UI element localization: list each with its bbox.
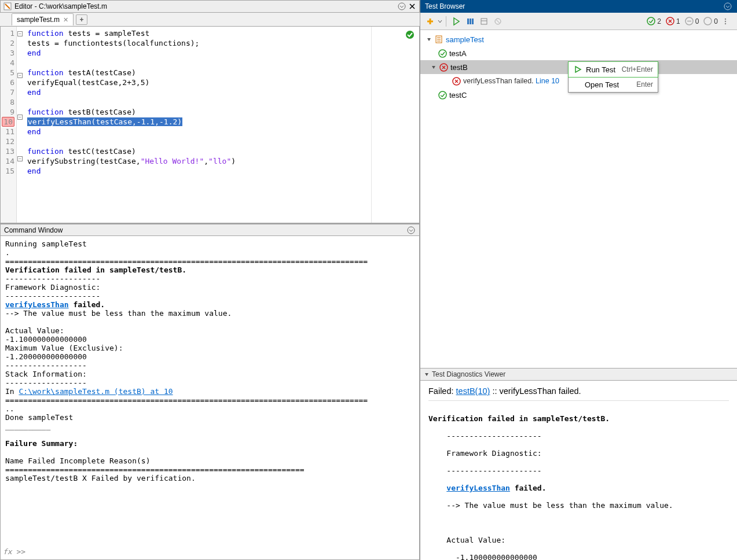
cw-line <box>5 430 415 439</box>
svg-point-13 <box>704 17 712 25</box>
cw-line: Framework Diagnostic: <box>5 283 415 292</box>
code-area[interactable]: function tests = sampleTest tests = func… <box>24 27 419 223</box>
cw-line: Stack Information: <box>5 370 415 378</box>
settings-button[interactable] <box>478 15 490 28</box>
code-kw: function <box>27 108 64 116</box>
editor-body[interactable]: 1 2 3 4 5 6 7 8 9 10 11 12 13 14 15 − − <box>0 27 420 223</box>
run-button[interactable] <box>450 15 463 28</box>
context-menu: Run Test Ctrl+Enter Open Test Enter <box>568 61 658 93</box>
cw-line: Running sampleTest <box>5 240 415 248</box>
code-text: verifySubstring(testCase, <box>27 157 141 165</box>
expander-icon[interactable] <box>424 371 430 377</box>
cw-line: ========================================… <box>5 396 415 404</box>
code-selection[interactable]: verifyLessThan(testCase,-1.1,-1.2) <box>27 117 182 126</box>
editor-titlebar: Editor - C:\work\sampleTest.m <box>0 0 420 13</box>
fold-column: − − − − <box>17 27 24 223</box>
fold-icon[interactable]: − <box>17 73 23 78</box>
code-text: tests = functiontests(localfunctions); <box>27 39 419 49</box>
pass-icon <box>438 49 447 58</box>
dropdown-icon[interactable] <box>406 226 416 235</box>
diag-line: Actual Value: <box>428 536 729 544</box>
command-window-title: Command Window <box>4 226 406 234</box>
code-kw: function <box>27 147 64 156</box>
svg-rect-5 <box>467 19 469 24</box>
diagnostics-body[interactable]: Failed: testB(10) :: verifyLessThan fail… <box>420 381 737 560</box>
editor-gutter: 1 2 3 4 5 6 7 8 9 10 11 12 13 14 15 <box>1 27 17 223</box>
command-prompt[interactable]: fx >> <box>3 547 25 556</box>
debug-button[interactable] <box>492 15 504 28</box>
add-tab-button[interactable]: + <box>76 14 87 25</box>
tab-close-icon[interactable]: ✕ <box>63 16 68 24</box>
fold-icon[interactable]: − <box>17 115 23 120</box>
context-menu-run-test[interactable]: Run Test Ctrl+Enter <box>568 61 658 78</box>
svg-point-16 <box>725 23 726 24</box>
dropdown-icon[interactable] <box>397 2 406 11</box>
add-tests-button[interactable] <box>424 15 437 28</box>
menu-shortcut: Ctrl+Enter <box>622 65 653 73</box>
menu-label: Open Test <box>585 80 633 89</box>
test-suite-row[interactable]: sampleTest <box>420 32 737 46</box>
diagnostics-header[interactable]: Test Diagnostics Viewer <box>420 368 737 381</box>
svg-rect-8 <box>481 19 487 24</box>
fail-count: 1 <box>666 17 680 25</box>
failure-line-link[interactable]: Line 10 <box>536 77 559 85</box>
error-line-marker[interactable]: 10 <box>1 117 16 127</box>
dropdown-arrow-icon[interactable] <box>438 17 442 26</box>
fold-icon[interactable]: − <box>17 156 23 161</box>
editor-title: Editor - C:\work\sampleTest.m <box>14 2 107 10</box>
close-icon[interactable] <box>408 2 417 11</box>
editor-icon <box>3 2 12 11</box>
pass-count: 2 <box>647 17 661 25</box>
verifylessthan-link[interactable]: verifyLessThan <box>446 484 510 492</box>
code-text: testC(testCase) <box>64 147 136 156</box>
coverage-button[interactable] <box>464 15 476 28</box>
dropdown-icon[interactable] <box>723 2 732 11</box>
diagnostics-title-link[interactable]: testB(10) <box>456 386 490 396</box>
stack-link[interactable]: C:\work\sampleTest.m (testB) at 10 <box>19 387 173 396</box>
cw-line: ========================================… <box>5 465 415 474</box>
diag-line: Verification failed in sampleTest/testB. <box>428 414 729 423</box>
context-menu-open-test[interactable]: Open Test Enter <box>569 77 658 92</box>
cw-line: ------------------ <box>5 378 415 387</box>
test-browser-toolbar: 2 1 0 0 <box>420 13 737 30</box>
code-kw: end <box>27 127 41 136</box>
cw-line: In C:\work\sampleTest.m (testB) at 10 <box>5 387 415 396</box>
command-window-body[interactable]: Running sampleTest . ===================… <box>0 236 420 560</box>
verifylessthan-link[interactable]: verifyLessThan <box>5 300 69 309</box>
blank-icon <box>573 80 581 89</box>
editor-tab[interactable]: sampleTest.m ✕ <box>12 13 74 25</box>
fail-icon <box>439 62 448 72</box>
test-browser-titlebar: Test Browser <box>420 0 737 13</box>
cw-line: --> The value must be less than the maxi… <box>5 309 415 318</box>
svg-point-21 <box>439 91 446 99</box>
test-tree[interactable]: sampleTest testA testB verifyLessThan fa… <box>420 30 737 368</box>
code-kw: function <box>27 29 64 38</box>
menu-shortcut: Enter <box>636 80 653 89</box>
diag-line <box>428 518 729 527</box>
diag-line: verifyLessThan failed. <box>428 484 729 492</box>
test-browser-title: Test Browser <box>425 2 723 10</box>
suite-label: sampleTest <box>446 35 484 44</box>
cw-line: -1.200000000000000 <box>5 352 415 361</box>
expander-icon[interactable] <box>426 36 432 42</box>
svg-rect-7 <box>472 19 474 24</box>
diag-line: Framework Diagnostic: <box>428 449 729 458</box>
diag-line: --> The value must be less than the maxi… <box>428 501 729 510</box>
code-text: testB(testCase) <box>64 108 136 116</box>
svg-point-1 <box>398 3 405 10</box>
more-options-button[interactable] <box>721 15 734 28</box>
code-text: verifyEqual(testCase,2+3,5) <box>27 78 419 88</box>
fail-icon <box>452 76 461 86</box>
test-row-testA[interactable]: testA <box>420 46 737 60</box>
run-icon <box>573 65 582 74</box>
cw-line: Done sampleTest <box>5 413 415 422</box>
cw-line: .. <box>5 404 415 413</box>
test-label: testB <box>450 63 468 72</box>
cw-line: __________ <box>5 422 415 430</box>
code-text: tests = sampleTest <box>64 29 150 38</box>
test-label: testA <box>449 49 467 58</box>
svg-point-15 <box>725 20 726 21</box>
expander-icon[interactable] <box>431 64 437 70</box>
diag-line: --------------------- <box>428 466 729 475</box>
fold-icon[interactable]: − <box>17 31 23 36</box>
